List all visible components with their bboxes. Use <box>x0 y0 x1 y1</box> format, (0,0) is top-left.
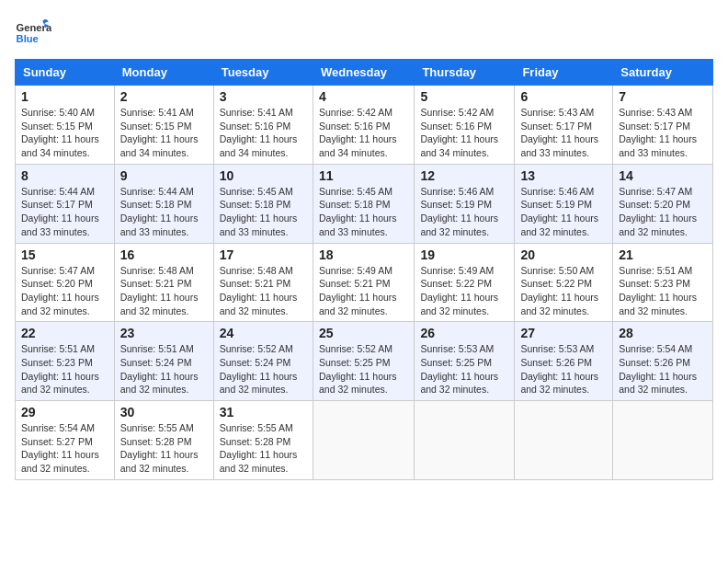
day-info: Sunrise: 5:43 AMSunset: 5:17 PMDaylight:… <box>520 106 607 160</box>
week-row-2: 8Sunrise: 5:44 AMSunset: 5:17 PMDaylight… <box>16 164 713 243</box>
calendar-cell: 8Sunrise: 5:44 AMSunset: 5:17 PMDaylight… <box>16 164 115 243</box>
calendar-cell: 3Sunrise: 5:41 AMSunset: 5:16 PMDaylight… <box>213 86 313 165</box>
day-number: 4 <box>319 89 408 104</box>
day-number: 8 <box>21 168 108 183</box>
calendar-cell: 7Sunrise: 5:43 AMSunset: 5:17 PMDaylight… <box>613 86 713 165</box>
calendar-cell <box>613 401 713 480</box>
page-header: General Blue <box>15 15 713 52</box>
day-info: Sunrise: 5:42 AMSunset: 5:16 PMDaylight:… <box>420 106 508 160</box>
day-number: 27 <box>520 326 607 340</box>
day-number: 15 <box>21 247 108 262</box>
calendar-cell: 23Sunrise: 5:51 AMSunset: 5:24 PMDayligh… <box>114 322 213 401</box>
week-row-4: 22Sunrise: 5:51 AMSunset: 5:23 PMDayligh… <box>16 322 713 401</box>
day-number: 10 <box>220 168 307 183</box>
day-info: Sunrise: 5:48 AMSunset: 5:21 PMDaylight:… <box>220 264 307 318</box>
calendar-cell: 10Sunrise: 5:45 AMSunset: 5:18 PMDayligh… <box>213 164 313 243</box>
day-header-wednesday: Wednesday <box>313 60 414 86</box>
week-row-3: 15Sunrise: 5:47 AMSunset: 5:20 PMDayligh… <box>16 243 713 322</box>
day-info: Sunrise: 5:47 AMSunset: 5:20 PMDaylight:… <box>619 185 707 239</box>
day-number: 12 <box>420 168 508 183</box>
calendar-cell: 31Sunrise: 5:55 AMSunset: 5:28 PMDayligh… <box>213 401 313 480</box>
day-number: 20 <box>520 247 607 262</box>
calendar-cell: 30Sunrise: 5:55 AMSunset: 5:28 PMDayligh… <box>114 401 213 480</box>
day-number: 9 <box>120 168 208 183</box>
day-number: 16 <box>120 247 208 262</box>
calendar-cell: 21Sunrise: 5:51 AMSunset: 5:23 PMDayligh… <box>613 243 713 322</box>
calendar-cell: 18Sunrise: 5:49 AMSunset: 5:21 PMDayligh… <box>313 243 414 322</box>
day-number: 1 <box>21 89 108 104</box>
day-info: Sunrise: 5:45 AMSunset: 5:18 PMDaylight:… <box>319 185 408 239</box>
calendar-cell: 11Sunrise: 5:45 AMSunset: 5:18 PMDayligh… <box>313 164 414 243</box>
calendar-cell: 9Sunrise: 5:44 AMSunset: 5:18 PMDaylight… <box>114 164 213 243</box>
day-info: Sunrise: 5:48 AMSunset: 5:21 PMDaylight:… <box>120 264 208 318</box>
day-header-sunday: Sunday <box>16 60 115 86</box>
calendar-cell: 2Sunrise: 5:41 AMSunset: 5:15 PMDaylight… <box>114 86 213 165</box>
day-number: 28 <box>619 326 707 340</box>
day-number: 24 <box>220 326 307 340</box>
day-info: Sunrise: 5:47 AMSunset: 5:20 PMDaylight:… <box>21 264 108 318</box>
day-info: Sunrise: 5:55 AMSunset: 5:28 PMDaylight:… <box>220 421 307 476</box>
day-info: Sunrise: 5:41 AMSunset: 5:16 PMDaylight:… <box>220 106 307 160</box>
day-info: Sunrise: 5:52 AMSunset: 5:24 PMDaylight:… <box>220 342 307 396</box>
svg-text:General: General <box>17 22 51 33</box>
calendar-cell: 12Sunrise: 5:46 AMSunset: 5:19 PMDayligh… <box>415 164 515 243</box>
days-header-row: SundayMondayTuesdayWednesdayThursdayFrid… <box>16 60 713 86</box>
day-header-saturday: Saturday <box>613 60 713 86</box>
calendar-cell <box>515 401 613 480</box>
calendar-cell: 6Sunrise: 5:43 AMSunset: 5:17 PMDaylight… <box>515 86 613 165</box>
calendar-cell: 28Sunrise: 5:54 AMSunset: 5:26 PMDayligh… <box>613 322 713 401</box>
day-number: 25 <box>319 326 408 340</box>
day-number: 21 <box>619 247 707 262</box>
calendar-cell <box>415 401 515 480</box>
logo: General Blue <box>15 15 51 52</box>
day-info: Sunrise: 5:43 AMSunset: 5:17 PMDaylight:… <box>619 106 707 160</box>
svg-text:Blue: Blue <box>17 33 39 44</box>
day-number: 18 <box>319 247 408 262</box>
day-header-friday: Friday <box>515 60 613 86</box>
day-number: 23 <box>120 326 208 340</box>
day-info: Sunrise: 5:54 AMSunset: 5:27 PMDaylight:… <box>21 421 108 476</box>
day-number: 3 <box>220 89 307 104</box>
day-number: 7 <box>619 89 707 104</box>
day-number: 6 <box>520 89 607 104</box>
day-info: Sunrise: 5:42 AMSunset: 5:16 PMDaylight:… <box>319 106 408 160</box>
calendar-cell: 14Sunrise: 5:47 AMSunset: 5:20 PMDayligh… <box>613 164 713 243</box>
day-number: 19 <box>420 247 508 262</box>
logo-icon: General Blue <box>15 15 51 52</box>
calendar-cell: 24Sunrise: 5:52 AMSunset: 5:24 PMDayligh… <box>213 322 313 401</box>
day-number: 13 <box>520 168 607 183</box>
calendar-cell: 4Sunrise: 5:42 AMSunset: 5:16 PMDaylight… <box>313 86 414 165</box>
day-number: 29 <box>21 405 108 419</box>
calendar-cell: 19Sunrise: 5:49 AMSunset: 5:22 PMDayligh… <box>415 243 515 322</box>
day-info: Sunrise: 5:51 AMSunset: 5:24 PMDaylight:… <box>120 342 208 396</box>
calendar-cell: 20Sunrise: 5:50 AMSunset: 5:22 PMDayligh… <box>515 243 613 322</box>
day-info: Sunrise: 5:54 AMSunset: 5:26 PMDaylight:… <box>619 342 707 396</box>
calendar-cell: 16Sunrise: 5:48 AMSunset: 5:21 PMDayligh… <box>114 243 213 322</box>
day-number: 31 <box>220 405 307 419</box>
calendar-cell: 26Sunrise: 5:53 AMSunset: 5:25 PMDayligh… <box>415 322 515 401</box>
calendar-cell: 29Sunrise: 5:54 AMSunset: 5:27 PMDayligh… <box>16 401 115 480</box>
day-info: Sunrise: 5:51 AMSunset: 5:23 PMDaylight:… <box>21 342 108 396</box>
calendar-table: SundayMondayTuesdayWednesdayThursdayFrid… <box>15 59 713 480</box>
calendar-cell: 5Sunrise: 5:42 AMSunset: 5:16 PMDaylight… <box>415 86 515 165</box>
day-info: Sunrise: 5:44 AMSunset: 5:17 PMDaylight:… <box>21 185 108 239</box>
calendar-cell: 27Sunrise: 5:53 AMSunset: 5:26 PMDayligh… <box>515 322 613 401</box>
day-info: Sunrise: 5:46 AMSunset: 5:19 PMDaylight:… <box>420 185 508 239</box>
day-info: Sunrise: 5:49 AMSunset: 5:22 PMDaylight:… <box>420 264 508 318</box>
day-info: Sunrise: 5:53 AMSunset: 5:26 PMDaylight:… <box>520 342 607 396</box>
day-header-tuesday: Tuesday <box>213 60 313 86</box>
day-info: Sunrise: 5:46 AMSunset: 5:19 PMDaylight:… <box>520 185 607 239</box>
day-header-monday: Monday <box>114 60 213 86</box>
day-header-thursday: Thursday <box>415 60 515 86</box>
day-info: Sunrise: 5:41 AMSunset: 5:15 PMDaylight:… <box>120 106 208 160</box>
calendar-cell: 13Sunrise: 5:46 AMSunset: 5:19 PMDayligh… <box>515 164 613 243</box>
day-info: Sunrise: 5:40 AMSunset: 5:15 PMDaylight:… <box>21 106 108 160</box>
calendar-cell: 25Sunrise: 5:52 AMSunset: 5:25 PMDayligh… <box>313 322 414 401</box>
day-number: 30 <box>120 405 208 419</box>
week-row-1: 1Sunrise: 5:40 AMSunset: 5:15 PMDaylight… <box>16 86 713 165</box>
day-info: Sunrise: 5:44 AMSunset: 5:18 PMDaylight:… <box>120 185 208 239</box>
calendar-cell: 15Sunrise: 5:47 AMSunset: 5:20 PMDayligh… <box>16 243 115 322</box>
day-info: Sunrise: 5:50 AMSunset: 5:22 PMDaylight:… <box>520 264 607 318</box>
day-number: 11 <box>319 168 408 183</box>
day-info: Sunrise: 5:49 AMSunset: 5:21 PMDaylight:… <box>319 264 408 318</box>
